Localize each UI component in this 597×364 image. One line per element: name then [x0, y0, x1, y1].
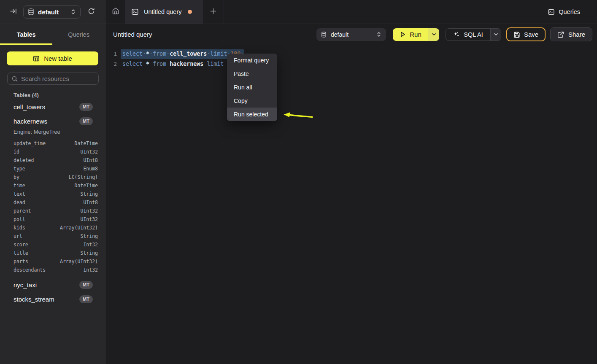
column-name: parent: [14, 208, 80, 214]
column-row-dead: deadUInt8: [0, 198, 105, 207]
column-row-poll: pollUInt32: [0, 215, 105, 224]
run-split-button: Run: [393, 28, 439, 41]
toolbar-database-selector[interactable]: default: [316, 28, 386, 41]
sidebar-tab-queries[interactable]: Queries: [53, 24, 105, 45]
sql-ai-button[interactable]: SQL AI: [446, 29, 490, 40]
database-icon: [28, 8, 34, 15]
sql-editor[interactable]: 1select·*·from·cell_towers·limit·100·2se…: [105, 45, 597, 364]
menu-item-run-selected[interactable]: Run selected: [227, 108, 277, 121]
new-table-button[interactable]: New table: [7, 51, 98, 65]
column-row-parent: parentUInt32: [0, 207, 105, 215]
code-text: select·*·from·cell_towers·limit·100·: [122, 49, 244, 59]
column-type: UInt32: [80, 149, 98, 155]
unsaved-changes-dot: [188, 10, 192, 14]
column-row-parts: partsArray(UInt32): [0, 257, 105, 266]
run-options-button[interactable]: [428, 28, 439, 41]
tab-untitled-query[interactable]: Untitled query: [126, 0, 203, 24]
share-button[interactable]: Share: [550, 27, 592, 41]
code-token: ·: [143, 51, 146, 57]
code-line-2: 2select * from hackernews limit: [105, 59, 597, 69]
sql-ai-split-button: SQL AI: [446, 28, 501, 41]
queries-button[interactable]: Queries: [548, 8, 580, 15]
column-row-kids: kidsArray(UInt32): [0, 224, 105, 232]
new-tab-button[interactable]: [203, 0, 224, 24]
page-title: Untitled query: [113, 31, 316, 38]
home-tab[interactable]: [105, 0, 126, 24]
table-grid-icon: [33, 55, 40, 62]
column-name: deleted: [14, 157, 83, 163]
terminal-square-icon: [548, 9, 554, 15]
code-token: [166, 61, 170, 67]
column-type: Int32: [83, 242, 98, 248]
search-input[interactable]: [21, 75, 89, 82]
column-row-type: typeEnum8: [0, 164, 105, 173]
column-type: Int32: [83, 267, 98, 273]
topbar-database-selector[interactable]: default: [23, 5, 81, 19]
column-name: by: [14, 174, 69, 180]
sparkles-icon: [453, 31, 460, 38]
code-line-1: 1select·*·from·cell_towers·limit·100·: [105, 49, 597, 59]
column-name: text: [14, 191, 80, 197]
code-token: limit: [207, 61, 224, 67]
collapse-sidebar-button[interactable]: [7, 5, 19, 18]
topbar-database-value: default: [38, 8, 70, 16]
editor-context-menu: Format queryPasteRun allCopyRun selected: [227, 54, 277, 121]
column-name: update_time: [14, 140, 75, 146]
engine-badge: MT: [79, 295, 93, 303]
column-type: Array(UInt32): [60, 225, 98, 231]
refresh-button[interactable]: [85, 5, 97, 18]
column-type: UInt8: [83, 200, 98, 205]
home-icon: [112, 7, 119, 16]
share-button-label: Share: [568, 31, 585, 38]
sidebar-tab-tables[interactable]: Tables: [0, 24, 53, 45]
table-engine-label: Engine: MergeTree: [0, 128, 105, 135]
code-token: *: [146, 61, 149, 67]
table-row-cell_towers[interactable]: cell_towersMT: [0, 100, 105, 114]
tables-list: cell_towersMThackernewsMTEngine: MergeTr…: [0, 100, 105, 306]
column-name: score: [14, 242, 83, 248]
table-row-nyc_taxi[interactable]: nyc_taxiMT: [0, 278, 105, 292]
save-floppy-icon: [513, 31, 520, 38]
chevrons-up-down-icon: [70, 9, 76, 15]
save-button-label: Save: [524, 31, 538, 38]
code-token: select: [122, 51, 143, 57]
table-row-stocks_stream[interactable]: stocks_streamMT: [0, 292, 105, 306]
menu-item-copy[interactable]: Copy: [227, 94, 277, 108]
run-button[interactable]: Run: [393, 28, 428, 41]
column-type: String: [80, 250, 98, 256]
menu-item-run-all[interactable]: Run all: [227, 81, 277, 94]
column-type: DateTime: [75, 140, 98, 146]
column-name: type: [14, 166, 83, 172]
terminal-square-icon: [132, 8, 138, 15]
save-button[interactable]: Save: [506, 27, 546, 41]
table-row-hackernews[interactable]: hackernewsMT: [0, 114, 105, 128]
menu-item-paste[interactable]: Paste: [227, 67, 277, 81]
menu-item-format-query[interactable]: Format query: [227, 54, 277, 67]
chevron-down-icon: [494, 32, 498, 37]
column-row-update_time: update_timeDateTime: [0, 139, 105, 148]
column-type: Enum8: [83, 166, 98, 172]
topbar-right-section: Queries: [224, 0, 597, 24]
column-type: UInt32: [80, 208, 98, 214]
table-name: nyc_taxi: [14, 281, 79, 289]
plus-icon: [210, 8, 216, 16]
queries-button-label: Queries: [559, 8, 580, 15]
code-token: [143, 61, 146, 67]
code-token: from: [153, 61, 166, 67]
code-text: select * from hackernews limit: [122, 59, 227, 69]
column-row-score: scoreInt32: [0, 240, 105, 249]
sql-ai-options-button[interactable]: [490, 29, 501, 40]
refresh-icon: [88, 8, 95, 16]
column-row-deleted: deletedUInt8: [0, 156, 105, 164]
search-box: [7, 73, 99, 85]
table-name: hackernews: [14, 118, 79, 125]
share-external-icon: [557, 31, 564, 38]
column-name: id: [14, 149, 80, 155]
column-type: LC(String): [69, 174, 98, 180]
active-tab-underline: [0, 43, 52, 45]
sidebar-tabs: Tables Queries: [0, 24, 105, 45]
column-row-url: urlString: [0, 232, 105, 240]
arrow-to-bar-icon: [10, 8, 17, 16]
line-number: 1: [105, 49, 117, 59]
column-row-descendants: descendantsInt32: [0, 266, 105, 274]
